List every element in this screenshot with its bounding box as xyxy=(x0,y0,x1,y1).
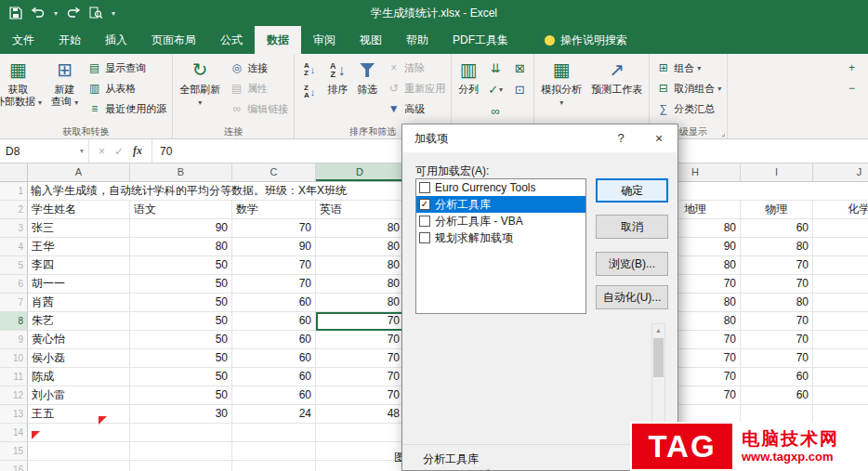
edit-links-button[interactable]: ∞编辑链接 xyxy=(225,98,292,119)
formula-input[interactable]: 70 xyxy=(152,139,172,163)
cell-C14[interactable] xyxy=(232,424,316,442)
new-query-button[interactable]: ⊞ 新建查询 ▾ xyxy=(46,55,83,124)
from-table-button[interactable]: ▥从表格 xyxy=(83,78,170,98)
cell-D14[interactable] xyxy=(316,424,404,442)
row-header-12[interactable]: 12 xyxy=(0,386,28,405)
advanced-filter-button[interactable]: ▼高级 xyxy=(382,98,449,119)
customize-qat-caret-icon[interactable]: ▾ xyxy=(112,9,115,18)
row-header-6[interactable]: 6 xyxy=(0,275,28,294)
hide-detail-button[interactable]: − xyxy=(840,78,866,98)
cell-I5[interactable]: 70 xyxy=(741,256,813,275)
cell-J13[interactable] xyxy=(813,405,868,424)
what-if-analysis-button[interactable]: ▦ 模拟分析▾ xyxy=(536,55,586,124)
sort-descending-button[interactable]: ZA↓ xyxy=(298,82,321,101)
cell-I11[interactable]: 60 xyxy=(741,368,813,386)
cell-C8[interactable]: 60 xyxy=(232,312,316,331)
cell-J12[interactable] xyxy=(813,386,868,405)
flash-fill-button[interactable]: ⇊ xyxy=(483,58,507,79)
cell-I7[interactable]: 80 xyxy=(741,294,813,312)
cell-A8[interactable]: 朱艺 xyxy=(28,312,130,331)
cell-B15[interactable] xyxy=(130,442,232,461)
col-header-B[interactable]: B xyxy=(130,164,232,182)
properties-button[interactable]: ▤属性 xyxy=(225,78,292,98)
cell-C6[interactable]: 70 xyxy=(232,275,316,294)
cell-C11[interactable]: 60 xyxy=(232,368,316,386)
tab-view[interactable]: 视图 xyxy=(348,26,394,54)
cell-J9[interactable] xyxy=(813,331,868,349)
cell-D8[interactable]: 70 xyxy=(316,312,404,331)
cell-B14[interactable] xyxy=(130,424,232,442)
cell-D5[interactable]: 80 xyxy=(316,256,404,275)
cell-I13[interactable] xyxy=(741,405,813,424)
cell-J7[interactable] xyxy=(813,294,868,312)
row-header-16[interactable]: 16 xyxy=(0,461,28,471)
cell-I4[interactable]: 80 xyxy=(741,238,813,256)
row-header-2[interactable]: 2 xyxy=(0,201,28,219)
cell-B8[interactable]: 50 xyxy=(130,312,232,331)
recent-sources-button[interactable]: ≡最近使用的源 xyxy=(83,98,170,119)
tab-data[interactable]: 数据 xyxy=(255,26,301,54)
cell-A11[interactable]: 陈成 xyxy=(28,368,130,386)
reapply-button[interactable]: ↺重新应用 xyxy=(382,78,449,98)
browse-button[interactable]: 浏览(B)... xyxy=(596,252,668,276)
cell-J3[interactable] xyxy=(813,219,868,238)
cell-A15[interactable] xyxy=(28,442,130,461)
tab-insert[interactable]: 插入 xyxy=(93,26,139,54)
cell-C7[interactable]: 60 xyxy=(232,294,316,312)
cell-A3[interactable]: 张三 xyxy=(28,219,130,238)
cell-A14[interactable] xyxy=(28,424,130,442)
cell-J11[interactable] xyxy=(813,368,868,386)
outline-dialog-launcher-icon[interactable]: ⌟ xyxy=(721,128,725,137)
row-header-13[interactable]: 13 xyxy=(0,405,28,424)
cell-C10[interactable]: 60 xyxy=(232,349,316,368)
refresh-all-button[interactable]: ↻ 全部刷新▾ xyxy=(175,55,225,124)
forecast-sheet-button[interactable]: ↗ 预测工作表 xyxy=(586,55,647,124)
name-box-caret-icon[interactable]: ▾ xyxy=(80,147,84,155)
connections-button[interactable]: ◎连接 xyxy=(225,58,292,78)
undo-icon[interactable] xyxy=(31,7,46,19)
tab-review[interactable]: 审阅 xyxy=(301,26,348,54)
cell-C4[interactable]: 90 xyxy=(232,238,316,256)
cell-C2[interactable]: 数学 xyxy=(232,201,316,219)
cell-A10[interactable]: 侯小磊 xyxy=(28,349,130,368)
col-header-D[interactable]: D xyxy=(316,164,404,182)
row-header-8[interactable]: 8 xyxy=(0,312,28,331)
cell-B7[interactable]: 50 xyxy=(130,294,232,312)
print-preview-icon[interactable] xyxy=(89,7,103,20)
cell-B6[interactable]: 50 xyxy=(130,275,232,294)
confirm-entry-icon[interactable]: ✓ xyxy=(114,145,124,158)
cancel-button[interactable]: 取消 xyxy=(596,215,668,239)
tab-file[interactable]: 文件 xyxy=(0,26,46,54)
row-header-10[interactable]: 10 xyxy=(0,349,28,368)
cell-B16[interactable] xyxy=(130,461,232,471)
cell-D7[interactable]: 80 xyxy=(316,294,404,312)
ungroup-button[interactable]: ⊟取消组合 ▾ xyxy=(651,78,725,98)
cell-D9[interactable]: 70 xyxy=(316,331,404,349)
cell-C5[interactable]: 70 xyxy=(232,256,316,275)
cell-A16[interactable] xyxy=(28,461,130,471)
cell-A2[interactable]: 学生姓名 xyxy=(28,201,130,219)
cell-D3[interactable]: 80 xyxy=(316,219,404,238)
tab-page-layout[interactable]: 页面布局 xyxy=(139,26,208,54)
row-header-1[interactable]: 1 xyxy=(0,182,28,201)
tab-pdf-tools[interactable]: PDF工具集 xyxy=(441,26,520,54)
cell-B3[interactable]: 90 xyxy=(130,219,232,238)
col-header-J[interactable]: J xyxy=(813,164,868,182)
cell-I10[interactable]: 70 xyxy=(741,349,813,368)
show-detail-button[interactable]: + xyxy=(840,58,866,78)
row-header-14[interactable]: 14 xyxy=(0,424,28,442)
sort-button[interactable]: AZ↓ 排序 xyxy=(322,55,352,124)
cell-D6[interactable]: 80 xyxy=(316,275,404,294)
addin-item-2[interactable]: 分析工具库 - VBA xyxy=(416,213,585,229)
checkbox-icon[interactable] xyxy=(419,216,430,227)
addin-item-1[interactable]: ✓分析工具库 xyxy=(416,196,585,213)
scroll-thumb[interactable] xyxy=(653,338,664,377)
cell-D11[interactable]: 70 xyxy=(316,368,404,386)
cell-B4[interactable]: 80 xyxy=(130,238,232,256)
cell-B9[interactable]: 50 xyxy=(130,331,232,349)
sort-ascending-button[interactable]: AZ↓ xyxy=(298,59,321,79)
cell-C9[interactable]: 60 xyxy=(232,331,316,349)
tell-me-box[interactable]: 操作说明搜索 xyxy=(545,26,627,54)
get-external-data-button[interactable]: ▦ 获取外部数据 ▾ xyxy=(0,55,46,124)
cell-D4[interactable]: 80 xyxy=(316,238,404,256)
